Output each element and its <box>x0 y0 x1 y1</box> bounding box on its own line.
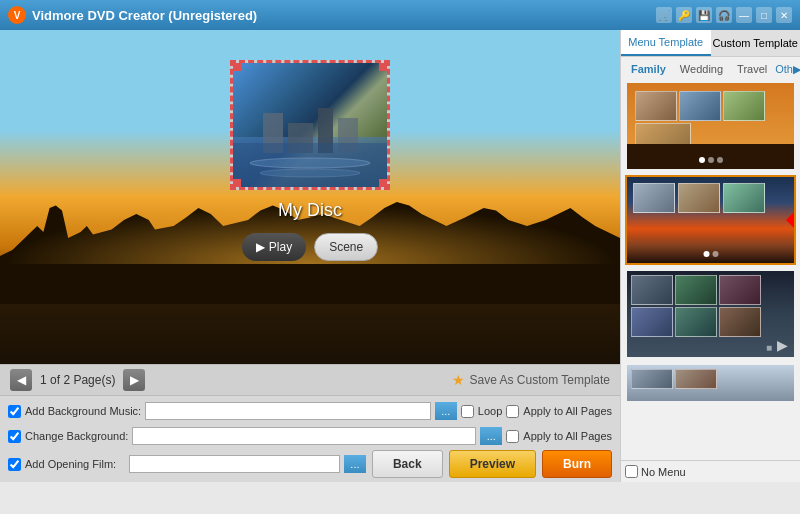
dot-2 <box>712 251 718 257</box>
change-bg-input[interactable] <box>132 427 476 445</box>
disc-image <box>233 63 387 187</box>
dot-1 <box>703 251 709 257</box>
loop-checkbox[interactable] <box>461 405 474 418</box>
pagination-row: ◀ 1 of 2 Page(s) ▶ ★ Save As Custom Temp… <box>0 365 620 396</box>
thumb-3-4 <box>631 307 673 337</box>
play-label: Play <box>269 240 292 254</box>
preview-button[interactable]: Preview <box>449 450 536 478</box>
minimize-button[interactable]: — <box>736 7 752 23</box>
dot-1 <box>699 157 705 163</box>
opening-film-checkbox[interactable] <box>8 458 21 471</box>
cat-wedding[interactable]: Wedding <box>674 61 729 77</box>
template-2-thumbs-top <box>633 183 765 213</box>
titlebar: V Vidmore DVD Creator (Unregistered) 🛒 🔑… <box>0 0 800 30</box>
action-buttons: Back Preview Burn <box>366 450 612 478</box>
category-tabs: Family Wedding Travel Oth ▶ <box>621 57 800 77</box>
thumb-3-5 <box>675 307 717 337</box>
change-bg-row: Change Background: ... Apply to All Page… <box>8 425 612 447</box>
key-icon[interactable]: 🔑 <box>676 7 692 23</box>
options-rows: Add Background Music: ... Loop Apply to … <box>0 396 620 482</box>
corner-tr <box>379 61 389 71</box>
loop-label: Loop <box>478 405 502 417</box>
no-menu-checkbox[interactable] <box>625 465 638 478</box>
total-pages: 2 <box>63 373 70 387</box>
disc-frame <box>230 60 390 190</box>
template-item-4[interactable] <box>625 363 796 403</box>
next-page-button[interactable]: ▶ <box>123 369 145 391</box>
change-bg-browse-button[interactable]: ... <box>480 427 502 445</box>
thumb-2-2 <box>678 183 720 213</box>
close-button[interactable]: ✕ <box>776 7 792 23</box>
burn-button[interactable]: Burn <box>542 450 612 478</box>
headphone-icon[interactable]: 🎧 <box>716 7 732 23</box>
selected-arrow-indicator <box>786 212 794 228</box>
scene-label: Scene <box>329 240 363 254</box>
change-bg-checkbox[interactable] <box>8 430 21 443</box>
save-custom-template[interactable]: ★ Save As Custom Template <box>452 372 610 388</box>
cart-icon[interactable]: 🛒 <box>656 7 672 23</box>
template-2-dots <box>703 251 718 257</box>
opening-film-row: Add Opening Film: ... <box>8 453 366 475</box>
cat-family[interactable]: Family <box>625 61 672 77</box>
app-logo: V <box>8 6 26 24</box>
thumb-1-2 <box>679 91 721 121</box>
opening-film-label: Add Opening Film: <box>25 458 125 470</box>
current-page: 1 <box>40 373 47 387</box>
thumb-2-1 <box>633 183 675 213</box>
thumb-4-1 <box>631 369 673 389</box>
corner-br <box>379 179 389 189</box>
page-of: of <box>50 373 63 387</box>
cat-travel[interactable]: Travel <box>731 61 773 77</box>
play-button[interactable]: ▶ Play <box>242 233 306 261</box>
page-info: 1 of 2 Page(s) <box>40 373 115 387</box>
opening-actions-row: Add Opening Film: ... Back Preview Burn <box>8 450 612 478</box>
menu-template-tab[interactable]: Menu Template <box>621 30 711 56</box>
thumb-1-3 <box>723 91 765 121</box>
preview-area: My Disc ▶ Play Scene <box>0 30 620 364</box>
thumb-4-2 <box>675 369 717 389</box>
bottom-section: ◀ 1 of 2 Page(s) ▶ ★ Save As Custom Temp… <box>0 364 620 482</box>
change-bg-apply-checkbox[interactable] <box>506 430 519 443</box>
save-icon[interactable]: 💾 <box>696 7 712 23</box>
disc-title: My Disc <box>278 200 342 221</box>
change-bg-apply-label: Apply to All Pages <box>523 430 612 442</box>
template-item-1[interactable] <box>625 81 796 171</box>
window-controls: 🛒 🔑 💾 🎧 — □ ✕ <box>656 7 792 23</box>
custom-template-tab[interactable]: Custom Template <box>711 30 801 56</box>
template-4-bg <box>627 365 794 401</box>
opening-film-input[interactable] <box>129 455 340 473</box>
maximize-button[interactable]: □ <box>756 7 772 23</box>
chevron-right-icon: ▶ <box>793 63 800 76</box>
template-3-play: ▶ <box>777 337 788 353</box>
thumb-2-3 <box>723 183 765 213</box>
template-3-icon2: ■ <box>766 342 772 353</box>
template-2-bg <box>627 177 794 263</box>
template-1-bg <box>627 83 794 169</box>
bg-music-apply-checkbox[interactable] <box>506 405 519 418</box>
svg-point-5 <box>250 158 370 168</box>
svg-point-6 <box>260 169 360 177</box>
no-menu-area: No Menu <box>621 460 800 482</box>
template-item-2[interactable] <box>625 175 796 265</box>
bg-music-checkbox[interactable] <box>8 405 21 418</box>
corner-tl <box>231 61 241 71</box>
bg-music-input[interactable] <box>145 402 431 420</box>
bg-music-browse-button[interactable]: ... <box>435 402 457 420</box>
template-tabs: Menu Template Custom Template <box>621 30 800 57</box>
bg-music-apply-label: Apply to All Pages <box>523 405 612 417</box>
back-button[interactable]: Back <box>372 450 443 478</box>
cat-oth-label: Oth <box>775 63 793 75</box>
opening-film-browse-button[interactable]: ... <box>344 455 366 473</box>
page-suffix: Page(s) <box>73 373 115 387</box>
playback-controls: ▶ Play Scene <box>242 233 378 261</box>
play-icon: ▶ <box>256 240 265 254</box>
template-item-3[interactable]: ▶ ■ <box>625 269 796 359</box>
thumb-1-1 <box>635 91 677 121</box>
disc-preview <box>230 60 390 190</box>
bg-music-label: Add Background Music: <box>25 405 141 417</box>
corner-bl <box>231 179 241 189</box>
cat-more[interactable]: Oth ▶ <box>775 63 800 76</box>
scene-button[interactable]: Scene <box>314 233 378 261</box>
main-layout: My Disc ▶ Play Scene ◀ 1 of 2 <box>0 30 800 482</box>
prev-page-button[interactable]: ◀ <box>10 369 32 391</box>
